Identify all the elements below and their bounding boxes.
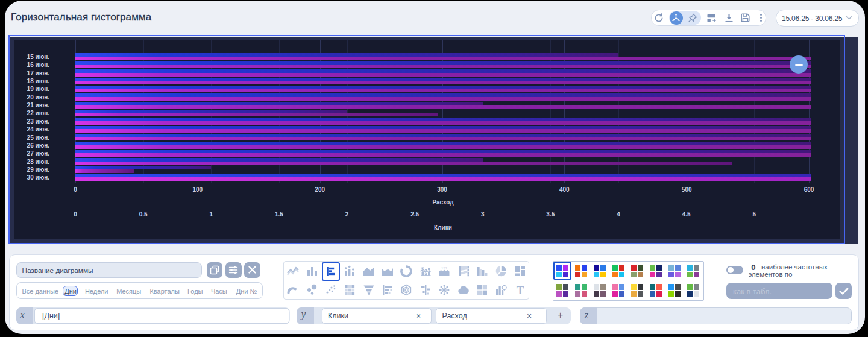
svg-text:T: T (516, 284, 524, 296)
svg-text:123: 123 (441, 266, 448, 270)
